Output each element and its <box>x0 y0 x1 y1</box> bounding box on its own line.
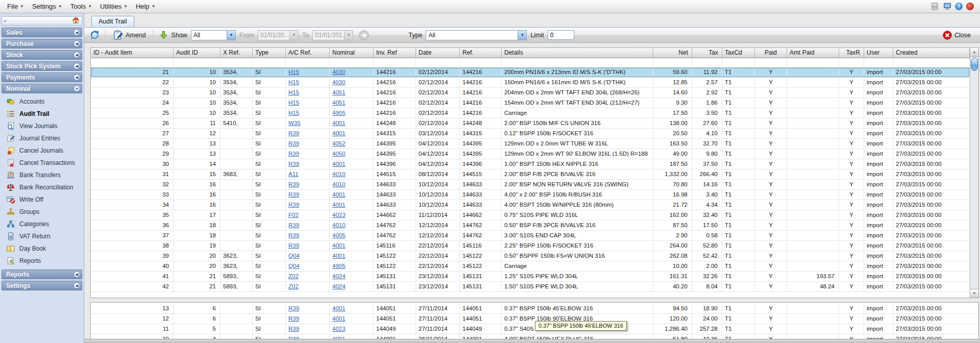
table-row[interactable]: 2913SIR39405014439504/12/2014144395129mm… <box>91 149 970 159</box>
chevron-down-icon[interactable]: ▼ <box>74 85 80 92</box>
table-row[interactable]: 24103534,SIH15405114421602/12/2014144216… <box>91 98 970 108</box>
menu-file[interactable]: File▼ <box>3 1 28 12</box>
chevron-left-icon[interactable]: ◀ <box>74 74 80 81</box>
cell-ac-ref[interactable]: R39 <box>286 159 330 169</box>
cell-nominal[interactable]: 4010 <box>330 220 374 230</box>
cell-nominal[interactable]: 4905 <box>330 108 374 118</box>
cell-nominal[interactable]: 4010 <box>330 180 374 189</box>
table-row[interactable]: 40203623,SIQ04490514512222/12/2014145122… <box>91 261 970 272</box>
sidebar-item-audit-trail[interactable]: Audit Trail <box>0 108 84 120</box>
table-row[interactable]: 3216SIR39401014463310/12/20141446332.00"… <box>91 180 970 190</box>
sidebar-item-write-off[interactable]: Write Off <box>0 193 84 206</box>
cell-nominal[interactable]: 4001 <box>330 314 374 324</box>
cell-ac-ref[interactable]: Z02 <box>286 282 330 291</box>
cell-nominal[interactable]: 4024 <box>330 272 374 281</box>
cell-ac-ref[interactable]: R39 <box>286 314 330 324</box>
close-button[interactable]: Close <box>943 31 971 40</box>
table-row[interactable]: 42215893,SIZ02402414513123/12/2014145131… <box>91 282 970 292</box>
cell-nominal[interactable]: 4024 <box>330 282 374 291</box>
cell-nominal[interactable]: 4001 <box>330 241 374 251</box>
help-icon[interactable]: ? <box>955 3 963 10</box>
cell-nominal[interactable]: 4051 <box>330 98 374 108</box>
chevron-left-icon[interactable]: ◀ <box>74 29 80 36</box>
cell-ac-ref[interactable]: R39 <box>286 129 330 138</box>
cell-nominal[interactable]: 4051 <box>330 88 374 97</box>
chevron-left-icon[interactable]: ◀ <box>74 271 80 278</box>
table-row[interactable]: 3718SIR39400514476212/12/20141447623.00"… <box>91 231 970 241</box>
cell-nominal[interactable]: 4052 <box>330 139 374 149</box>
cell-nominal[interactable]: 4030 <box>330 78 374 87</box>
cell-nominal[interactable]: 4023 <box>330 324 374 334</box>
sidebar-item-categories[interactable]: Categories <box>0 218 84 230</box>
table-row[interactable]: 3014SIR39400114439604/12/20141443961.00"… <box>91 159 970 169</box>
table-row[interactable]: 26115410,SIW35400114424802/12/2014144248… <box>91 118 970 129</box>
sidebar-section-nominal[interactable]: Nominal▼ <box>2 84 82 93</box>
cell-ac-ref[interactable]: R39 <box>286 241 330 251</box>
cell-ac-ref[interactable]: F02 <box>286 210 330 220</box>
chevron-down-icon[interactable]: ▼ <box>518 31 526 40</box>
chevron-down-icon[interactable]: ▼ <box>227 31 235 40</box>
sidebar-item-cancel-transactions[interactable]: Cancel Transactions <box>0 157 84 169</box>
table-row[interactable]: 2712SIR39400114431503/12/20141443150.12"… <box>91 129 970 139</box>
cell-ac-ref[interactable]: R39 <box>286 231 330 240</box>
menu-utilities[interactable]: Utilities▼ <box>96 1 132 12</box>
scroll-down-icon[interactable]: ▼ <box>970 289 978 298</box>
column-header-audit-id[interactable]: Audit ID <box>174 48 220 58</box>
cell-ac-ref[interactable]: H15 <box>286 88 330 97</box>
cell-ac-ref[interactable]: R39 <box>286 139 330 149</box>
cell-nominal[interactable]: 4905 <box>330 261 374 271</box>
cell-nominal[interactable]: 4050 <box>330 149 374 159</box>
sidebar-item-journal-entries[interactable]: Journal Entries <box>0 132 84 144</box>
table-row[interactable]: 39203623,SIQ04400114512222/12/2014145122… <box>91 251 970 261</box>
type-select[interactable]: All ▼ <box>426 30 527 40</box>
column-header-date[interactable]: Date <box>416 48 460 58</box>
cell-ac-ref[interactable]: W35 <box>286 118 330 128</box>
column-header-amt-paid[interactable]: Amt Paid <box>787 48 839 58</box>
column-header-taxr[interactable]: TaxR <box>839 48 864 58</box>
cell-nominal[interactable]: 4001 <box>330 190 374 200</box>
to-date-select[interactable]: 01/01/201... ▼ <box>312 30 353 40</box>
cell-nominal[interactable]: 4001 <box>330 118 374 128</box>
chevron-left-icon[interactable]: ◀ <box>74 52 80 58</box>
table-row[interactable]: 3416SIR39400114463310/12/20141446334.00"… <box>91 200 970 210</box>
sidebar-section-sales[interactable]: Sales◀ <box>2 28 82 37</box>
tab-audit-trail[interactable]: Audit Trail <box>91 16 134 27</box>
sidebar-item-vat-return[interactable]: VAT Return <box>0 230 84 242</box>
cell-nominal[interactable]: 4010 <box>330 169 374 179</box>
cell-ac-ref[interactable]: R39 <box>286 190 330 200</box>
column-header-paid[interactable]: Paid <box>755 48 787 58</box>
menu-tools[interactable]: Tools▼ <box>66 1 96 12</box>
column-header-x-ref[interactable]: X Ref. <box>220 48 253 58</box>
vertical-scrollbar[interactable]: ▲ ▼ <box>970 48 978 298</box>
chevron-left-icon[interactable]: ◀ <box>74 40 80 47</box>
sidebar-item-view-journals[interactable]: View Journals <box>0 120 84 132</box>
cell-ac-ref[interactable]: H15 <box>286 98 330 108</box>
table-row[interactable]: 136SIR39400114405127/11/20141440510.37" … <box>91 304 978 314</box>
calculator-icon[interactable] <box>930 3 939 11</box>
column-header-inv-ref[interactable]: Inv. Ref <box>374 48 416 58</box>
show-select[interactable]: All ▼ <box>191 30 236 40</box>
chevron-left-icon[interactable]: ◀ <box>74 282 80 289</box>
amend-button[interactable]: Amend <box>111 29 148 41</box>
sidebar-section-reports[interactable]: Reports◀ <box>2 270 82 279</box>
power-icon[interactable] <box>966 3 974 10</box>
limit-input[interactable] <box>548 30 574 40</box>
cell-nominal[interactable]: 4001 <box>330 129 374 138</box>
column-header-ref[interactable]: Ref. <box>460 48 502 58</box>
column-header-taxcd[interactable]: TaxCd <box>722 48 755 58</box>
cell-ac-ref[interactable]: H15 <box>286 67 330 77</box>
cell-ac-ref[interactable]: R39 <box>286 324 330 334</box>
cell-ac-ref[interactable]: R39 <box>286 304 330 313</box>
cell-nominal[interactable]: 4001 <box>330 251 374 261</box>
cell-nominal[interactable]: 4023 <box>330 210 374 220</box>
column-header-created[interactable]: Created <box>893 48 970 58</box>
sidebar-section-payments[interactable]: Payments◀ <box>2 72 82 82</box>
cell-ac-ref[interactable]: A11 <box>286 169 330 179</box>
column-header-tax[interactable]: Tax <box>692 48 722 58</box>
sidebar-section-stock-pick-system[interactable]: Stock Pick System◀ <box>2 61 82 71</box>
sidebar-section-settings[interactable]: Settings◀ <box>2 281 82 290</box>
monitor-icon[interactable] <box>943 3 951 11</box>
cell-nominal[interactable]: 4001 <box>330 200 374 210</box>
menu-help[interactable]: Help▼ <box>132 1 160 12</box>
from-date-select[interactable]: 01/01/20... ▼ <box>258 30 299 40</box>
